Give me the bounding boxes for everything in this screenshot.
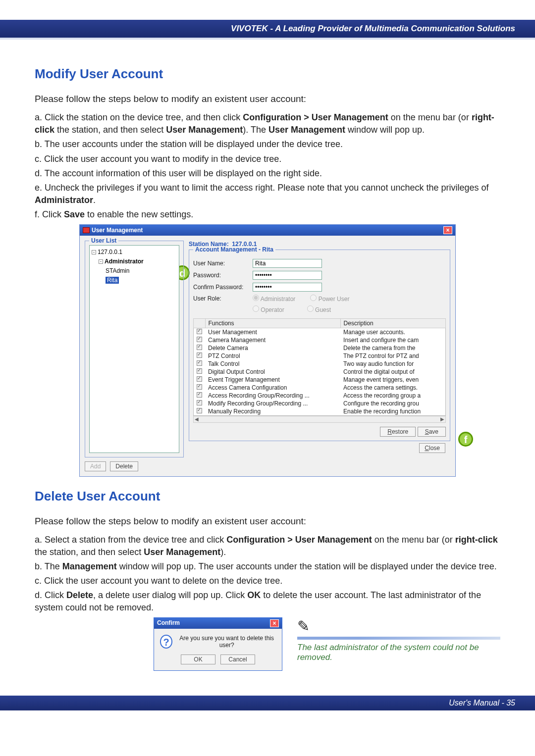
s2-b-bold: Management xyxy=(62,561,117,571)
s2-a-p2: on the menu bar (or xyxy=(372,535,455,545)
func-desc: Configure the recording grou xyxy=(340,400,445,407)
func-desc: Access the camera settings. xyxy=(340,384,445,392)
checkbox-icon[interactable] xyxy=(197,368,202,374)
s2-d-p2: , a delete user dialog will pop up. Clic… xyxy=(93,590,247,600)
table-row[interactable]: PTZ ControlThe PTZ control for PTZ and xyxy=(194,352,446,360)
func-desc: Manage event triggers, even xyxy=(340,376,445,384)
checkbox-icon[interactable] xyxy=(197,360,202,366)
func-name: Delete Camera xyxy=(205,344,340,352)
account-legend: Account Management - Rita xyxy=(193,246,275,253)
password-label: Password: xyxy=(193,272,253,279)
confirm-ok-button[interactable]: OK xyxy=(181,655,215,664)
confirm-title: Confirm xyxy=(157,619,180,627)
user-management-window: User Management × c d f User List -127.0… xyxy=(79,224,456,477)
table-row[interactable]: Delete CameraDelete the camera from the xyxy=(194,344,446,352)
functions-table[interactable]: Functions Description User ManagementMan… xyxy=(193,318,446,416)
step-b: b. The user accounts under the station w… xyxy=(35,138,500,151)
username-input[interactable] xyxy=(253,259,322,268)
table-row[interactable]: Access Camera ConfigurationAccess the ca… xyxy=(194,384,446,392)
s2-a-p1: a. Select a station from the device tree… xyxy=(35,535,226,545)
tree-stadmin[interactable]: STAdmin xyxy=(106,266,177,276)
s2-a-b2: right-click xyxy=(455,535,498,545)
step-f-part1: f. Click xyxy=(35,209,64,219)
tree-root[interactable]: -127.0.0.1 xyxy=(92,248,177,257)
section2-steps: a. Select a station from the device tree… xyxy=(35,534,500,614)
checkbox-icon[interactable] xyxy=(197,400,202,405)
save-button[interactable]: Save xyxy=(418,427,446,437)
step-a-part2: on the menu bar (or xyxy=(388,112,472,122)
note-icon: ✎ xyxy=(297,617,500,635)
th-description[interactable]: Description xyxy=(340,318,445,328)
func-desc: Manage user accounts. xyxy=(340,328,445,336)
table-row[interactable]: User ManagementManage user accounts. xyxy=(194,328,446,336)
add-button[interactable]: Add xyxy=(85,461,106,471)
confirm-close-icon[interactable]: × xyxy=(270,619,279,627)
close-icon[interactable]: × xyxy=(443,226,452,234)
radio-power[interactable]: Power User xyxy=(310,295,349,302)
s2-d-b1: Delete xyxy=(66,590,93,600)
step-f-bold: Save xyxy=(64,209,85,219)
step-a-bold3: User Management xyxy=(166,125,243,135)
func-name: Camera Management xyxy=(205,336,340,344)
s2-d-b2: OK xyxy=(247,590,261,600)
table-row[interactable]: Access Recording Group/Recording ...Acce… xyxy=(194,392,446,400)
step-f-part2: to enable the new settings. xyxy=(85,209,193,219)
func-name: Talk Control xyxy=(205,360,340,368)
window-titlebar[interactable]: User Management × xyxy=(80,225,455,236)
s2-a-p4: ). xyxy=(220,547,226,557)
table-row[interactable]: Manually RecordingEnable the recording f… xyxy=(194,407,446,416)
checkbox-icon[interactable] xyxy=(197,392,202,398)
th-check xyxy=(194,318,206,328)
username-label: User Name: xyxy=(193,260,253,267)
checkbox-icon[interactable] xyxy=(197,345,202,350)
func-name: Modify Recording Group/Recording ... xyxy=(205,400,340,407)
tree-admin[interactable]: -Administrator xyxy=(99,257,177,266)
func-desc: Enable the recording function xyxy=(340,407,445,416)
func-desc: Delete the camera from the xyxy=(340,344,445,352)
confirm-titlebar[interactable]: Confirm × xyxy=(154,618,282,629)
note-divider xyxy=(297,637,500,640)
func-name: User Management xyxy=(205,328,340,336)
radio-admin[interactable]: Administrator xyxy=(253,295,295,302)
s2-c: c. Click the user account you want to de… xyxy=(35,575,500,587)
s2-a-b3: User Management xyxy=(144,547,220,557)
func-name: Access Camera Configuration xyxy=(205,384,340,392)
confirm-password-input[interactable] xyxy=(253,283,322,292)
checkbox-icon[interactable] xyxy=(197,353,202,358)
table-row[interactable]: Talk ControlTwo way audio function for xyxy=(194,360,446,368)
func-desc: Two way audio function for xyxy=(340,360,445,368)
checkbox-icon[interactable] xyxy=(197,408,202,413)
note-text: The last administrator of the system cou… xyxy=(297,643,500,662)
checkbox-icon[interactable] xyxy=(197,384,202,390)
checkbox-icon[interactable] xyxy=(197,329,202,334)
step-a-part5: window will pop up. xyxy=(345,125,425,135)
step-a-bold1: Configuration > User Management xyxy=(243,112,388,122)
password-input[interactable] xyxy=(253,271,322,280)
step-d: d. The account information of this user … xyxy=(35,167,500,180)
step-a-bold4: User Management xyxy=(268,125,345,135)
confirm-cancel-button[interactable]: Cancel xyxy=(220,655,255,664)
device-tree[interactable]: -127.0.0.1 -Administrator STAdmin Rita xyxy=(89,245,179,453)
tree-rita[interactable]: Rita xyxy=(106,276,177,285)
table-row[interactable]: Modify Recording Group/Recording ...Conf… xyxy=(194,400,446,407)
checkbox-icon[interactable] xyxy=(197,337,202,342)
section2-title: Delete User Account xyxy=(35,489,500,504)
s2-d-p1: d. Click xyxy=(35,590,66,600)
role-label: User Role: xyxy=(193,295,253,302)
func-desc: Insert and configure the cam xyxy=(340,336,445,344)
restore-button[interactable]: Restore xyxy=(380,427,416,437)
radio-guest[interactable]: Guest xyxy=(307,305,331,313)
checkbox-icon[interactable] xyxy=(197,376,202,382)
step-e-part1: e. Uncheck the privileges if you want to… xyxy=(35,183,489,193)
horizontal-scrollbar[interactable]: ◀▶ xyxy=(193,416,446,423)
delete-button[interactable]: Delete xyxy=(110,461,138,471)
note-box: ✎ The last administrator of the system c… xyxy=(297,617,500,662)
table-row[interactable]: Event Trigger ManagementManage event tri… xyxy=(194,376,446,384)
close-button[interactable]: Close xyxy=(419,443,445,453)
table-row[interactable]: Digital Output ControlControl the digita… xyxy=(194,368,446,376)
th-functions[interactable]: Functions xyxy=(205,318,340,328)
step-c: c. Click the user account you want to mo… xyxy=(35,153,500,165)
radio-operator[interactable]: Operator xyxy=(253,305,284,313)
window-title: User Management xyxy=(92,227,143,234)
table-row[interactable]: Camera ManagementInsert and configure th… xyxy=(194,336,446,344)
